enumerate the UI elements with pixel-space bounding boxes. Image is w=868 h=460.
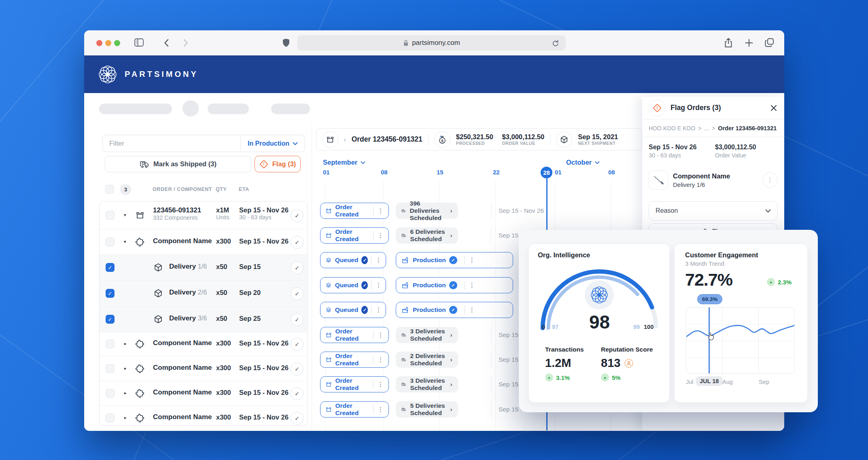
breadcrumb[interactable]: HOO KOO E KOO > ... > Order 123456-09132… — [642, 119, 784, 137]
panel-divider — [312, 123, 312, 430]
table-row[interactable]: ▸ Component Name x300 Sep 15 - Nov 26 ✓ — [100, 332, 307, 356]
table-row[interactable]: ▾ Component Name x300 Sep 15 - Nov 26 ✓ — [100, 229, 307, 255]
caret-right-icon[interactable]: ▸ — [124, 341, 127, 346]
kebab-icon[interactable]: ⋮ — [375, 256, 382, 264]
timeline-date[interactable]: 22 — [493, 169, 500, 176]
kebab-icon[interactable]: ⋮ — [377, 381, 384, 388]
delivery-fraction: 2/6 — [198, 289, 207, 296]
breadcrumb-root[interactable]: HOO KOO E KOO — [649, 125, 695, 131]
order-summary-card: › Order 123456-091321 $ $250,321.50 PROC… — [316, 128, 642, 151]
gauge-scale-min: 0 — [542, 324, 545, 330]
kebab-icon[interactable]: ⋮ — [468, 282, 476, 289]
timeline-date[interactable]: 08 — [381, 169, 388, 176]
order-created-pill[interactable]: Order Created ⋮ — [320, 227, 389, 244]
flag-component-name: Component Name — [673, 172, 758, 180]
svg-text:$: $ — [441, 138, 444, 143]
deliveries-scheduled-pill[interactable]: 6 Deliveries Scheduled › — [396, 227, 458, 244]
deliveries-scheduled-pill[interactable]: 3 Deliveries Scheduled › — [396, 327, 458, 343]
caret-right-icon[interactable]: ▸ — [124, 390, 127, 396]
row-checkbox[interactable] — [106, 211, 115, 220]
flag-selected-button[interactable]: ! Flag (3) — [255, 156, 301, 172]
production-pill[interactable]: Production ✓ ⋮ — [396, 302, 513, 318]
order-created-pill[interactable]: Order Created ⋮ — [320, 327, 389, 343]
row-checkbox-checked[interactable]: ✓ — [106, 263, 115, 272]
status-filter-label: In Production — [248, 140, 289, 147]
row-checkbox-checked[interactable]: ✓ — [106, 315, 115, 324]
timeline-date[interactable]: 15 — [437, 169, 444, 176]
kebab-icon[interactable]: ⋮ — [377, 356, 384, 363]
forward-icon[interactable] — [183, 38, 189, 47]
row-checkbox[interactable] — [106, 364, 115, 373]
status-filter-dropdown[interactable]: In Production — [240, 135, 305, 152]
kebab-icon[interactable]: ⋮ — [377, 331, 384, 339]
caret-down-icon[interactable]: ▾ — [124, 212, 126, 218]
row-checkbox[interactable] — [106, 389, 115, 398]
reason-dropdown[interactable]: Reason — [649, 201, 778, 220]
timeline-date[interactable]: 01 — [323, 169, 330, 176]
refresh-icon[interactable] — [552, 39, 559, 47]
delivery-qty: x50 — [216, 263, 227, 271]
deliveries-scheduled-pill[interactable]: 5 Deliveries Scheduled › — [396, 401, 458, 418]
order-box-icon — [322, 131, 338, 148]
close-traffic-light[interactable] — [96, 40, 102, 46]
kebab-icon[interactable]: ⋮ — [375, 306, 382, 314]
deliveries-scheduled-pill[interactable]: 2 Deliveries Scheduled › — [396, 352, 458, 368]
shield-icon[interactable] — [282, 38, 291, 48]
kebab-icon[interactable]: ⋮ — [375, 282, 382, 289]
timeline-date-selected[interactable]: 28 — [541, 167, 552, 178]
engagement-chart[interactable] — [686, 307, 795, 374]
table-row[interactable]: ✓ Delivery 3/6 x50 Sep 25 ✓ — [100, 307, 307, 332]
production-pill[interactable]: Production ✓ ⋮ — [396, 277, 513, 293]
queued-pill[interactable]: Queued ✓ ⋮ — [320, 277, 386, 293]
breadcrumb-ellipsis[interactable]: ... — [704, 125, 709, 131]
kebab-icon[interactable]: ⋮ — [377, 232, 384, 239]
divider — [373, 405, 374, 414]
row-status-check: ✓ — [291, 209, 303, 222]
row-checkbox-checked[interactable]: ✓ — [106, 289, 115, 298]
zoom-traffic-light[interactable] — [114, 40, 120, 46]
select-all-checkbox[interactable] — [105, 185, 114, 194]
minimize-traffic-light[interactable] — [105, 40, 111, 46]
row-checkbox[interactable] — [106, 237, 115, 246]
kebab-icon[interactable]: ⋮ — [468, 256, 476, 264]
month-dropdown-september[interactable]: September — [323, 159, 365, 166]
queued-pill[interactable]: Queued ✓ ⋮ — [320, 302, 386, 318]
back-icon[interactable] — [163, 38, 169, 47]
production-pill[interactable]: Production ✓ ⋮ — [396, 252, 513, 268]
address-bar[interactable]: partsimony.com — [297, 35, 566, 51]
timeline-date[interactable]: 08 — [608, 169, 615, 176]
share-icon[interactable] — [724, 37, 733, 49]
filter-input[interactable] — [103, 140, 240, 147]
order-created-pill[interactable]: Order Created ⋮ — [320, 352, 389, 368]
caret-right-icon[interactable]: ▸ — [124, 415, 127, 420]
row-checkbox[interactable] — [106, 413, 115, 422]
mark-as-shipped-button[interactable]: Mark as Shipped (3) — [105, 156, 251, 172]
sidebar-toggle-icon[interactable] — [134, 37, 145, 48]
caret-down-icon[interactable]: ▾ — [124, 239, 126, 244]
order-created-pill[interactable]: Order Created ⋮ — [320, 401, 389, 418]
table-row[interactable]: ▾ 123456-091321 332 Components x1M Units — [100, 201, 307, 229]
kebab-icon[interactable]: ⋮ — [377, 406, 384, 413]
caret-right-icon[interactable]: ▸ — [124, 366, 127, 371]
order-created-pill[interactable]: Order Created ⋮ — [320, 376, 389, 392]
month-dropdown-october[interactable]: October — [566, 159, 600, 166]
table-row[interactable]: ✓ Delivery 2/6 x50 Sep 20 ✓ — [100, 281, 307, 307]
kebab-icon[interactable]: ⋮ — [468, 306, 476, 314]
table-row[interactable]: ▸ Component Name x300 Sep 15 - Nov 26 ✓ — [100, 356, 307, 381]
row-checkbox[interactable] — [106, 339, 115, 348]
tab-overview-icon[interactable] — [764, 37, 775, 48]
truck-icon — [401, 231, 406, 240]
deliveries-scheduled-pill[interactable]: 396 Deliveries Scheduled › — [396, 203, 458, 219]
order-created-pill[interactable]: Order Created ⋮ — [320, 203, 389, 219]
component-menu-button[interactable]: ⋮ — [762, 172, 778, 188]
kebab-icon[interactable]: ⋮ — [377, 207, 384, 214]
table-row[interactable]: ▸ Component Name x300 Sep 15 - Nov 26 ✓ — [100, 406, 307, 426]
close-icon[interactable] — [770, 104, 778, 112]
timeline-date[interactable]: 01 — [555, 169, 562, 176]
table-row[interactable]: ▸ Component Name x300 Sep 15 - Nov 26 ✓ — [100, 381, 307, 406]
queued-pill[interactable]: Queued ✓ ⋮ — [320, 252, 386, 268]
transactions-delta: ▲ 3.1% — [545, 373, 584, 382]
table-row[interactable]: ✓ Delivery 1/6 x50 Sep 15 ✓ — [100, 255, 307, 281]
new-tab-icon[interactable] — [745, 38, 753, 47]
deliveries-scheduled-pill[interactable]: 3 Deliveries Scheduled › — [396, 376, 458, 392]
